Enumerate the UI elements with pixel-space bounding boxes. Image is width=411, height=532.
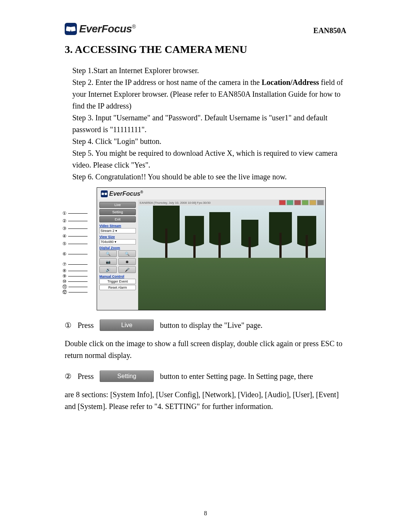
toolbar-icon[interactable] [279,200,286,205]
toolbar-icon[interactable] [294,200,301,205]
sections-text: are 8 sections: [System Info], [User Con… [65,389,346,412]
toolbar-icon[interactable] [317,200,324,205]
camera-ui-screenshot: EverFocus® Live Setting Exit Video Strea… [97,187,326,310]
exit-button[interactable]: Exit [99,216,136,222]
manual-control-label: Manual Control [99,275,136,278]
brand-logo: EverFocus® [65,23,136,35]
page-number: 8 [204,510,207,517]
zoom-in-button[interactable]: 🔍 [118,250,136,257]
mic-button[interactable]: 🎤 [118,266,136,273]
fig-logo-icon [101,190,108,197]
press-setting-after: button to enter Setting page. In Setting… [160,372,313,381]
step-6: Step 6. Congratulation!! You should be a… [72,171,346,183]
record-button[interactable]: ⏺ [118,258,136,265]
toolbar-icon[interactable] [287,200,293,205]
setting-button-inline[interactable]: Setting [100,371,154,382]
fig-header: EverFocus® [97,188,325,200]
fig-sidebar: Live Setting Exit Video Stream Stream 2 … [97,200,138,310]
digital-zoom-label: Digital Zoom [99,246,136,250]
step-3: Step 3. Input "Username" and "Password".… [72,112,346,136]
live-button[interactable]: Live [99,202,136,208]
audio-button[interactable]: 🔊 [99,266,117,273]
fig-brand-name: EverFocus® [109,190,143,197]
live-video-area[interactable] [138,206,325,310]
brand-name: EverFocus® [79,23,136,35]
video-stream-label: Video Stream [99,224,136,228]
toolbar-icons [279,200,324,205]
reset-alarm-button[interactable]: Reset Alarm [99,285,136,290]
step-5: Step 5. You might be required to downloa… [72,147,346,171]
bullet-2: ② [65,372,72,381]
video-stream-select[interactable]: Stream 2 ▾ [99,228,136,233]
press-live-line: ① Press Live button to display the "Live… [65,320,346,331]
step-4: Step 4. Click "Login" button. [72,136,346,147]
view-size-label: View Size [99,235,136,239]
fig-statusbar: EAN850A [Thursday, July 10, 2008 10:08] … [138,200,325,206]
page-header: EverFocus® EAN850A [65,23,346,35]
status-text: EAN850A [Thursday, July 10, 2008 10:08] … [140,201,210,204]
snapshot-button[interactable]: 📷 [99,258,117,265]
toolbar-icon[interactable] [309,200,316,205]
brand-logo-icon [65,23,77,35]
model-number: EAN850A [313,26,346,35]
double-click-text: Double click on the image to show a full… [65,338,346,361]
press-live-after: button to display the "Live" page. [160,321,263,330]
document-page: EverFocus® EAN850A 3. ACCESSING THE CAME… [0,0,411,532]
steps-block: Step 1.Start an Internet Explorer browse… [72,65,346,183]
press-word: Press [78,321,94,330]
live-button-inline[interactable]: Live [100,320,154,331]
left-callouts: ① ② ③ ④ ⑤ ⑥ ⑦ ⑧ ⑨ ⑩ ⑪ ⑫ [62,209,88,295]
press-word: Press [78,372,94,381]
fig-main: EAN850A [Thursday, July 10, 2008 10:08] … [138,200,325,310]
screenshot-figure-wrapper: ① ② ③ ④ ⑤ ⑥ ⑦ ⑧ ⑨ ⑩ ⑪ ⑫ ⑬ ⑭ EverFocus® L… [88,187,316,310]
setting-button[interactable]: Setting [99,209,136,215]
bullet-1: ① [65,321,72,330]
section-title: 3. ACCESSING THE CAMERA MENU [65,43,346,56]
view-size-select[interactable]: 704x480 ▾ [99,239,136,244]
trigger-event-button[interactable]: Trigger Event [99,279,136,284]
step-2: Step 2. Enter the IP address or host nam… [72,77,346,112]
step-1: Step 1.Start an Internet Explorer browse… [72,65,346,77]
zoom-out-button[interactable]: 🔍 [99,250,117,257]
press-setting-line: ② Press Setting button to enter Setting … [65,371,346,382]
toolbar-icon[interactable] [302,200,309,205]
